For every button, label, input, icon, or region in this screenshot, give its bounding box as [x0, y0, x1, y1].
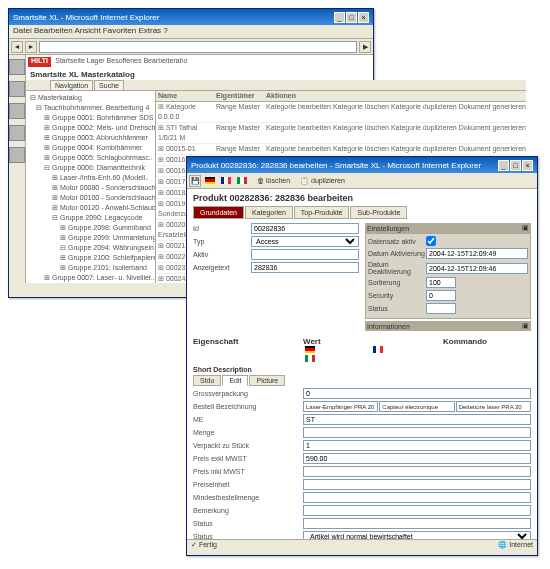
- tab[interactable]: Kategorien: [245, 206, 293, 219]
- prop-tab[interactable]: Stdo: [193, 375, 221, 386]
- list-row[interactable]: ⊞ Kategorie 0.0.0.0Range MasterKategorie…: [156, 102, 526, 123]
- tree-node[interactable]: ⊞ Gruppe 0005: Schlagbohrmasc..: [28, 153, 153, 163]
- property-input[interactable]: [303, 505, 531, 516]
- aktiv-field[interactable]: [251, 249, 359, 260]
- tree-node[interactable]: ⊞ Gruppe 0001: Bohrhämmer SDS: [28, 113, 153, 123]
- tree-node[interactable]: ⊟ Gruppe 0006: Diamanttechnik: [28, 163, 153, 173]
- tree-node[interactable]: ⊞ Laser-/Infra-Enh.60 (Modell..: [28, 173, 153, 183]
- tree-node[interactable]: ⊞ Motor 00120 - Anwahl-Schlauch..: [28, 203, 153, 213]
- menubar[interactable]: Datei Bearbeiten Ansicht Favoriten Extra…: [9, 25, 373, 39]
- tree-node[interactable]: ⊞ Gruppe 0002: Meis- und Drehsch..: [28, 123, 153, 133]
- tab[interactable]: Navigation: [50, 80, 93, 90]
- maximize-button[interactable]: □: [346, 12, 357, 23]
- logo: HILTI: [28, 57, 51, 67]
- list-row[interactable]: ⊞ 00015-01Range MasterKategorie bearbeit…: [156, 144, 526, 155]
- property-input[interactable]: [303, 492, 531, 503]
- prop-tab[interactable]: Picture: [249, 375, 285, 386]
- flag-fr-icon[interactable]: [221, 177, 231, 184]
- close-button[interactable]: ×: [358, 12, 369, 23]
- property-select[interactable]: Artikel wird normal bewirtschaftet: [303, 531, 531, 539]
- tree-node[interactable]: ⊞ Gruppe 2098: Gummiband: [28, 223, 153, 233]
- box-header[interactable]: Informationen▣: [365, 321, 531, 331]
- close-button[interactable]: ×: [522, 160, 533, 171]
- property-input[interactable]: [303, 479, 531, 490]
- id-field[interactable]: [251, 223, 359, 234]
- tree-node[interactable]: ⊞ Gruppe 2100: Schleifpapiere: [28, 253, 153, 263]
- tab[interactable]: Grunddaten: [193, 206, 244, 219]
- tree-node[interactable]: ⊟ Tauchbohrhammer. Bearbeitung 4: [28, 103, 153, 113]
- sidebar-icon[interactable]: [9, 103, 25, 119]
- datum-deaktivierung-field[interactable]: [426, 263, 528, 274]
- prop-tab[interactable]: Edit: [222, 375, 248, 386]
- maximize-button[interactable]: □: [510, 160, 521, 171]
- sortierung-field[interactable]: [426, 277, 456, 288]
- property-input[interactable]: [303, 453, 531, 464]
- toolbar: ◄ ► ▶: [9, 39, 373, 55]
- tree[interactable]: ⊟ Masterkatalog⊟ Tauchbohrhammer. Bearbe…: [26, 91, 156, 283]
- property-input[interactable]: [303, 466, 531, 477]
- property-input[interactable]: Laser-Empfänger PRA 20: [303, 401, 378, 412]
- datensatz-aktiv-checkbox[interactable]: [426, 236, 436, 246]
- titlebar[interactable]: Produkt 00282836: 282836 bearbeiten - Sm…: [187, 157, 537, 173]
- tree-node[interactable]: ⊞ Gruppe 2101: Isolierband: [28, 263, 153, 273]
- right-col: Einstellungen▣ Datensatz aktiv Datum Akt…: [365, 223, 531, 331]
- tree-node[interactable]: ⊟ Masterkatalog: [28, 93, 153, 103]
- box-header[interactable]: Einstellungen▣: [365, 223, 531, 233]
- status-text: ✓ Fertig: [191, 541, 217, 552]
- typ-select[interactable]: Access: [251, 236, 359, 247]
- property-label: Mindestbestellmenge: [193, 494, 303, 501]
- datum-aktivierung-field[interactable]: [426, 248, 528, 259]
- minimize-button[interactable]: _: [498, 160, 509, 171]
- property-input[interactable]: [303, 414, 531, 425]
- address-bar[interactable]: [39, 41, 357, 53]
- tab[interactable]: Sub-Produkte: [350, 206, 407, 219]
- property-input[interactable]: Capteur électronique PRA 20: [379, 401, 454, 412]
- sidebar-icon[interactable]: [9, 125, 25, 141]
- tree-node[interactable]: ⊞ Gruppe 2099: Ummantelungen: [28, 233, 153, 243]
- flag-de-icon[interactable]: [205, 177, 215, 184]
- property-input[interactable]: [303, 518, 531, 529]
- breadcrumb[interactable]: Startseite Lager Besoffenes Bearbeiterab…: [55, 57, 187, 64]
- sidebar-icon[interactable]: [9, 147, 25, 163]
- go-button[interactable]: ▶: [359, 41, 371, 53]
- label: Id: [193, 225, 251, 232]
- property-label: Preis exkl MWST: [193, 455, 303, 462]
- minimize-button[interactable]: _: [334, 12, 345, 23]
- anzeigetext-field[interactable]: [251, 262, 359, 273]
- tab[interactable]: Top-Produkte: [294, 206, 350, 219]
- duplicate-button[interactable]: 📋 duplizieren: [300, 177, 345, 185]
- titlebar[interactable]: Smartsite XL - Microsoft Internet Explor…: [9, 9, 373, 25]
- list-row[interactable]: ⊞ STI Tafhal 1/0/21 MRange MasterKategor…: [156, 123, 526, 144]
- property-label: Bestell Bezeichnung: [193, 403, 303, 410]
- label: Security: [368, 292, 426, 299]
- property-input[interactable]: [303, 388, 531, 399]
- property-input[interactable]: [303, 427, 531, 438]
- security-field[interactable]: [426, 290, 456, 301]
- tree-node[interactable]: ⊟ Gruppe 2090: Legacycode: [28, 213, 153, 223]
- tree-node[interactable]: ⊞ Gruppe 0007: Laser- u. Nivellier..: [28, 273, 153, 283]
- tree-node[interactable]: ⊞ Motor 00080 - Sonderschlauch..: [28, 183, 153, 193]
- property-row: Verpackt zu Stück: [193, 440, 531, 451]
- collapse-icon[interactable]: ▣: [522, 224, 529, 232]
- property-label: Status: [193, 520, 303, 527]
- label: Datensatz aktiv: [368, 238, 426, 245]
- property-input[interactable]: [303, 440, 531, 451]
- sidebar-icon[interactable]: [9, 81, 25, 97]
- flag-it-icon[interactable]: [237, 177, 247, 184]
- label: Typ: [193, 238, 251, 245]
- property-input[interactable]: Dettettore laser PRA 20: [456, 401, 531, 412]
- sidebar-icon[interactable]: [9, 59, 25, 75]
- tabs: GrunddatenKategorienTop-ProdukteSub-Prod…: [193, 206, 531, 219]
- tab[interactable]: Suche: [94, 80, 124, 90]
- section-header: Eigenschaft Wert Kommando: [193, 337, 531, 364]
- back-button[interactable]: ◄: [11, 41, 23, 53]
- forward-button[interactable]: ►: [25, 41, 37, 53]
- save-button[interactable]: 💾: [189, 175, 201, 187]
- tree-node[interactable]: ⊟ Gruppe 2094: Währungsein..: [28, 243, 153, 253]
- delete-button[interactable]: 🗑 löschen: [257, 177, 290, 184]
- collapse-icon[interactable]: ▣: [522, 322, 529, 330]
- status-field[interactable]: [426, 303, 456, 314]
- tree-node[interactable]: ⊞ Gruppe 0003: Abbruchhämmer: [28, 133, 153, 143]
- tree-node[interactable]: ⊞ Gruppe 0004: Kombihämmer: [28, 143, 153, 153]
- tree-node[interactable]: ⊞ Motor 00100 - Sonderschlauch..: [28, 193, 153, 203]
